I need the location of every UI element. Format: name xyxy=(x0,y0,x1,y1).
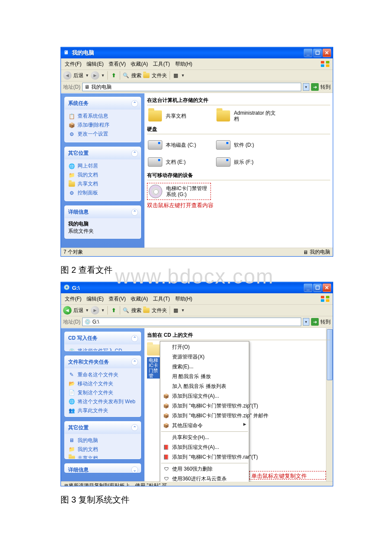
collapse-icon[interactable]: ⌃ xyxy=(131,150,138,157)
views-dropdown[interactable]: ▼ xyxy=(181,308,185,312)
go-button[interactable]: ➔ xyxy=(311,318,319,326)
go-button[interactable]: ➔ xyxy=(311,83,319,91)
context-menu-item[interactable]: 加入 酷我音乐 播放列表 xyxy=(160,382,249,391)
folder-icon xyxy=(68,181,75,188)
views-button[interactable]: ▦ xyxy=(173,72,179,79)
link-copy[interactable]: 📄复制这个文件夹 xyxy=(68,388,137,397)
up-button[interactable]: ⬆ xyxy=(110,72,117,79)
context-menu-item[interactable]: 🛡使用 360强力删除 xyxy=(160,464,249,474)
forward-dropdown[interactable]: ▼ xyxy=(101,73,105,78)
separator xyxy=(120,306,120,315)
link-move[interactable]: 📂移动这个文件夹 xyxy=(68,379,137,388)
menu-favorites[interactable]: 收藏(A) xyxy=(129,60,150,69)
address-dropdown[interactable]: ▾ xyxy=(303,83,309,91)
menu-item-label: 资源管理器(X) xyxy=(172,354,205,360)
separator xyxy=(107,306,108,315)
minimize-button[interactable]: _ xyxy=(304,283,312,292)
context-menu-item[interactable]: 资源管理器(X) xyxy=(160,352,249,362)
back-dropdown[interactable]: ▼ xyxy=(85,308,89,312)
menu-view[interactable]: 查看(V) xyxy=(107,60,128,69)
item-drive-e[interactable]: 文档 (E:) xyxy=(147,154,211,170)
collapse-icon[interactable]: ⌃ xyxy=(131,209,138,216)
link-change-setting[interactable]: ⚙更改一个设置 xyxy=(68,130,137,139)
link-my-computer[interactable]: 🖥我的电脑 xyxy=(68,436,137,445)
panel-title: 详细信息 xyxy=(68,208,89,216)
menu-file[interactable]: 文件(F) xyxy=(63,295,84,304)
context-menu-item[interactable]: 📕添加到压缩文件(A)... xyxy=(160,442,249,452)
link-my-docs[interactable]: 📁我的文档 xyxy=(68,445,137,454)
address-dropdown[interactable]: ▾ xyxy=(303,318,309,326)
titlebar[interactable]: 🖥 我的电脑 _ ☐ ✕ xyxy=(61,47,333,58)
search-button[interactable]: 搜索 xyxy=(131,307,141,314)
menu-edit[interactable]: 编辑(E) xyxy=(84,295,106,304)
status-text: 将所选项目复制到剪贴板上，使用 "粘贴" 可 xyxy=(69,482,167,486)
item-drive-d[interactable]: 软件 (D:) xyxy=(215,137,279,153)
menu-item-icon: 📕 xyxy=(163,444,170,451)
maximize-button[interactable]: ☐ xyxy=(313,283,322,292)
collapse-icon[interactable]: ⌃ xyxy=(131,358,138,365)
search-button[interactable]: 搜索 xyxy=(131,72,141,79)
item-drive-f[interactable]: 娱乐 (F:) xyxy=(215,154,279,170)
detail-desc: 系统文件夹 xyxy=(68,228,137,235)
context-menu-item[interactable]: 📕添加到 "电梯IC卡门禁管理软件.rar"(T) xyxy=(160,452,249,462)
menu-edit[interactable]: 编辑(E) xyxy=(84,60,106,69)
link-shared-docs[interactable]: 共享文档 xyxy=(68,454,137,459)
menu-help[interactable]: 帮助(H) xyxy=(173,295,195,304)
menu-tools[interactable]: 工具(T) xyxy=(151,295,172,304)
menu-tools[interactable]: 工具(T) xyxy=(151,60,172,69)
item-selected-folder[interactable]: 电梯IC卡门禁管 xyxy=(147,344,161,356)
close-button[interactable]: ✕ xyxy=(323,283,331,292)
views-button[interactable]: ▦ xyxy=(173,307,179,314)
context-menu-item[interactable]: 📦添加到 "电梯IC卡门禁管理软件.zip"(T) xyxy=(160,401,249,411)
context-menu-item[interactable]: 打开(O) xyxy=(160,342,249,352)
collapse-icon[interactable]: ⌃ xyxy=(131,424,138,431)
close-button[interactable]: ✕ xyxy=(323,49,331,57)
link-control-panel[interactable]: ⚙控制面板 xyxy=(68,188,137,197)
back-button[interactable]: ◄ xyxy=(63,306,72,315)
collapse-icon[interactable]: ⌃ xyxy=(131,100,138,107)
link-shared-docs[interactable]: 共享文档 xyxy=(68,179,137,188)
link-publish[interactable]: 🌐将这个文件夹发布到 Web xyxy=(68,397,137,406)
context-menu-item[interactable]: 📦其他压缩命令 xyxy=(160,421,249,431)
link-network[interactable]: 🌐网上邻居 xyxy=(68,162,137,171)
item-shared-docs[interactable]: 共享文档 xyxy=(147,108,211,124)
context-menu-item[interactable]: 📦添加到 "电梯IC卡门禁管理软件.zip" 并邮件 xyxy=(160,411,249,421)
link-share[interactable]: 👥共享此文件夹 xyxy=(68,406,137,415)
link-my-docs[interactable]: 📁我的文档 xyxy=(68,171,137,179)
address-field[interactable]: 🖥 我的电脑 xyxy=(82,83,301,91)
views-dropdown[interactable]: ▼ xyxy=(181,73,185,78)
context-menu-item[interactable]: 搜索(E)... xyxy=(160,362,249,372)
share-icon: 👥 xyxy=(68,407,75,414)
forward-dropdown[interactable]: ▼ xyxy=(101,308,105,312)
folders-button[interactable]: 文件夹 xyxy=(152,72,167,79)
item-drive-c[interactable]: 本地磁盘 (C:) xyxy=(147,137,211,153)
folders-button[interactable]: 文件夹 xyxy=(152,307,167,314)
menu-view[interactable]: 查看(V) xyxy=(107,295,128,304)
link-system-info[interactable]: 📋查看系统信息 xyxy=(68,112,137,121)
link-email[interactable]: ✉以电子邮件形式发送该文件夹内的文件 xyxy=(68,415,137,417)
menu-item-label: 加入 酷我音乐 播放列表 xyxy=(172,383,226,389)
context-menu-item[interactable]: 用 酷我音乐 播放 xyxy=(160,372,249,382)
context-menu-item[interactable]: 📦添加到压缩文件(A)... xyxy=(160,391,249,401)
collapse-icon[interactable]: ⌃ xyxy=(131,335,138,342)
link-write-cd[interactable]: 💿将这些文件写入 CD xyxy=(68,347,137,351)
forward-button[interactable]: ► xyxy=(91,71,99,80)
address-field[interactable]: 💿 G:\ xyxy=(82,318,301,326)
maximize-button[interactable]: ☐ xyxy=(313,49,322,57)
up-button[interactable]: ⬆ xyxy=(110,307,117,314)
expand-icon[interactable]: ⌄ xyxy=(131,466,138,473)
my-computer-icon: 🖥 xyxy=(63,49,70,56)
item-drive-g[interactable]: 电梯IC卡门禁管理系统 (G:) xyxy=(147,183,211,200)
forward-button[interactable]: ► xyxy=(91,306,99,315)
menu-file[interactable]: 文件(F) xyxy=(63,60,84,69)
menu-favorites[interactable]: 收藏(A) xyxy=(129,295,150,304)
back-button[interactable]: ◄ xyxy=(63,71,72,80)
link-add-remove[interactable]: 📦添加/删除程序 xyxy=(68,121,137,130)
minimize-button[interactable]: _ xyxy=(304,49,312,57)
menu-help[interactable]: 帮助(H) xyxy=(173,60,195,69)
context-menu-item[interactable]: 🛡使用360进行木马云查杀 xyxy=(160,474,249,482)
link-rename[interactable]: ✎重命名这个文件夹 xyxy=(68,370,137,379)
back-dropdown[interactable]: ▼ xyxy=(85,73,89,78)
item-admin-docs[interactable]: Administrator 的文档 xyxy=(215,108,279,124)
context-menu-item[interactable]: 共享和安全(H)... xyxy=(160,433,249,442)
